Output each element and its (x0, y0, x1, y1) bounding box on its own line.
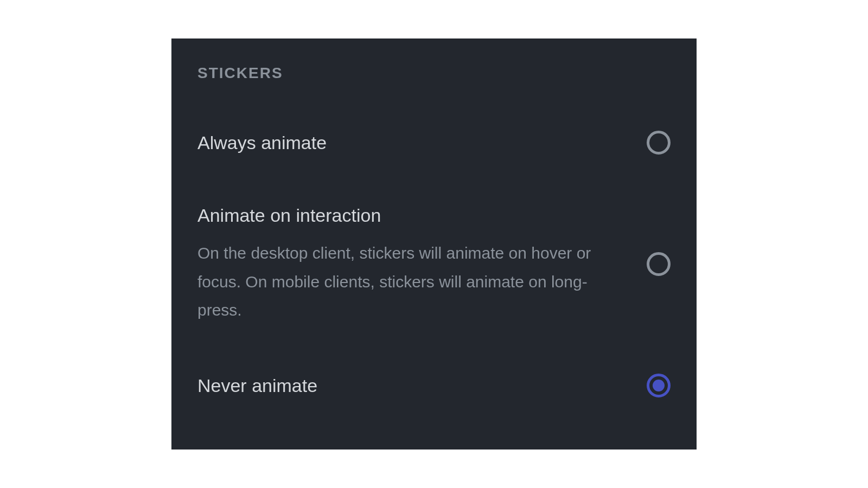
option-description: On the desktop client, stickers will ani… (197, 239, 625, 325)
option-label: Always animate (197, 131, 625, 155)
option-text: Always animate (197, 131, 647, 155)
radio-icon[interactable] (647, 374, 671, 397)
option-always-animate[interactable]: Always animate (197, 131, 671, 155)
option-text: Animate on interaction On the desktop cl… (197, 203, 647, 325)
option-label: Never animate (197, 374, 625, 397)
option-text: Never animate (197, 374, 647, 397)
option-label: Animate on interaction (197, 203, 625, 227)
section-title: STICKERS (197, 65, 671, 82)
option-never-animate[interactable]: Never animate (197, 374, 671, 397)
option-animate-on-interaction[interactable]: Animate on interaction On the desktop cl… (197, 203, 671, 325)
radio-icon[interactable] (647, 131, 671, 155)
radio-icon[interactable] (647, 252, 671, 276)
settings-panel: STICKERS Always animate Animate on inter… (171, 38, 697, 450)
